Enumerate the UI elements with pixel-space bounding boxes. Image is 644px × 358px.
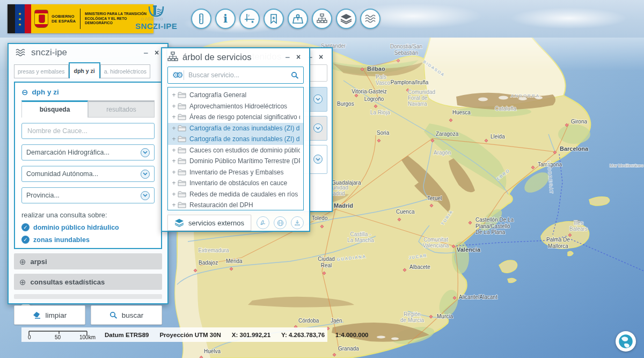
tree-item[interactable]: +Cartografía de zonas inundables (ZI) de…: [168, 123, 303, 134]
tree-item[interactable]: +Inventario de obstáculos en cauce: [168, 178, 303, 189]
full-extent-button[interactable]: [616, 331, 636, 352]
snczi-tabs: presas y embalses dph y zi a. hidroeléct…: [9, 62, 167, 78]
consultas-estadisticas-accordion[interactable]: ⊕ consultas estadísticas: [14, 274, 162, 290]
svg-text:Navarra: Navarra: [408, 101, 427, 107]
coat-of-arms: [34, 10, 48, 28]
expand-plus-icon[interactable]: +: [171, 157, 177, 165]
tab-resultados[interactable]: resultados: [88, 100, 155, 118]
svg-text:Logroño: Logroño: [364, 96, 384, 102]
dph-zi-section: ⊖ dph y zi búsqueda resultados Demarcaci…: [14, 82, 162, 249]
expand-plus-icon[interactable]: +: [171, 169, 177, 176]
app-logo: SNCZI-IPE: [133, 5, 179, 31]
search-results-tabs: búsqueda resultados: [21, 100, 155, 118]
search-icon[interactable]: [291, 71, 299, 79]
tree-item[interactable]: +Redes de medida de caudales en ríos: [168, 189, 303, 200]
tree-item[interactable]: +Cauces con estudios de dominio público …: [168, 145, 303, 156]
service-tree: +Cartografía General+Aprovechamientos Hi…: [167, 87, 304, 210]
chevron-down-icon: [141, 148, 150, 157]
service-search-box[interactable]: ⚙⚙: [167, 67, 304, 84]
scale-bar: 0 50 100km: [27, 328, 94, 341]
svg-text:La Rioja: La Rioja: [370, 109, 390, 115]
expand-plus-icon[interactable]: +: [171, 179, 177, 187]
chevron-down-icon: [141, 191, 150, 200]
waves-icon: [14, 48, 27, 57]
contenidos-close-button[interactable]: ×: [316, 52, 326, 62]
snczi-panel-tool-button[interactable]: [360, 9, 380, 29]
folder-icon: [178, 169, 186, 176]
zonas-inundables-checkbox[interactable]: ✓ zonas inundables: [21, 236, 155, 244]
svg-text:Murcia: Murcia: [437, 313, 453, 319]
folder-icon: [178, 125, 186, 131]
tree-item[interactable]: +Restauración del DPH: [168, 200, 303, 210]
info-tool-button[interactable]: i: [215, 9, 236, 29]
expand-plus-icon[interactable]: +: [171, 201, 177, 209]
service-search-input[interactable]: [187, 71, 288, 79]
tab-presas-y-embalses[interactable]: presas y embalses: [14, 64, 69, 78]
comunidad-select[interactable]: Comunidad Autónoma...: [21, 166, 155, 182]
tab-a-hidroelectricos[interactable]: a. hidroeléctricos: [100, 64, 150, 78]
tab-busqueda[interactable]: búsqueda: [21, 100, 88, 118]
expand-plus-icon[interactable]: +: [171, 103, 177, 110]
arbol-minimize-button[interactable]: −: [282, 52, 293, 62]
coordinates-tool-button[interactable]: yx: [239, 9, 260, 29]
expand-icon: ⊕: [19, 278, 26, 286]
snczi-minimize-button[interactable]: −: [141, 47, 151, 58]
svg-text:Castellón De La: Castellón De La: [475, 217, 514, 223]
cauce-input[interactable]: [26, 127, 150, 135]
eu-flag-band: ★★★: [15, 4, 25, 33]
service-tree-tool-button[interactable]: [312, 9, 332, 29]
svg-text:Córdoba: Córdoba: [298, 318, 319, 324]
cauce-field[interactable]: [21, 123, 155, 139]
arbol-servicios-panel: árbol de servicios − × ⚙⚙ +Cartografía G…: [161, 47, 310, 232]
bookmark-tool-button[interactable]: [264, 9, 284, 29]
folder-icon: [178, 180, 186, 186]
globe-service-button[interactable]: [274, 216, 287, 229]
snczi-close-button[interactable]: ×: [151, 47, 162, 58]
provincia-select[interactable]: Provincia...: [21, 187, 155, 203]
chevron-down-icon[interactable]: [313, 155, 323, 164]
chevron-down-icon[interactable]: [313, 94, 323, 104]
layers-tool-button[interactable]: [336, 9, 356, 29]
arbol-close-button[interactable]: ×: [293, 52, 304, 62]
import-service-button[interactable]: [291, 216, 304, 229]
svg-text:Jaén: Jaén: [331, 318, 342, 324]
dominio-publico-checkbox[interactable]: ✓ dominio público hidráulico: [21, 223, 155, 231]
check-icon: ✓: [21, 223, 30, 231]
expand-plus-icon[interactable]: +: [171, 91, 177, 99]
expand-plus-icon[interactable]: +: [171, 125, 177, 132]
status-bar: 0 50 100km Datum ETRS89 Proyección UTM 3…: [21, 327, 327, 342]
buscar-button[interactable]: buscar: [91, 305, 162, 325]
svg-text:Comunidad: Comunidad: [408, 89, 435, 95]
servicios-externos-button[interactable]: servicios externos: [167, 215, 251, 231]
svg-text:Castilla -: Castilla -: [350, 231, 371, 237]
arpsi-accordion[interactable]: ⊕ arpsi: [14, 253, 162, 269]
expand-plus-icon[interactable]: +: [171, 135, 177, 143]
tree-item[interactable]: +Áreas de riesgo potencial significativo…: [168, 112, 303, 123]
svg-text:ANDORRA: ANDORRA: [511, 93, 540, 98]
measure-tool-button[interactable]: [191, 9, 211, 29]
tab-dph-y-zi[interactable]: dph y zi: [69, 62, 100, 78]
tree-item[interactable]: +Cartografía de zonas inundables (ZI) de…: [168, 134, 303, 145]
svg-text:Granada: Granada: [338, 346, 359, 352]
tree-item[interactable]: +Inventario de Presas y Embalses: [168, 167, 303, 178]
tree-item[interactable]: +Aprovechamientos Hidroeléctricos: [168, 101, 303, 112]
search-icon: [109, 311, 118, 319]
limpiar-button[interactable]: limpiar: [14, 305, 85, 325]
expand-plus-icon[interactable]: +: [171, 147, 177, 154]
folder-icon: [178, 191, 186, 198]
svg-text:Cataluña: Cataluña: [495, 106, 516, 112]
check-icon: ✓: [21, 236, 30, 244]
svg-text:Extremadura: Extremadura: [198, 247, 229, 253]
svg-text:Valencia: Valencia: [457, 246, 481, 253]
tree-item[interactable]: +Cartografía General: [168, 90, 303, 101]
map-scale-ratio: 1:4.000.000: [335, 332, 368, 338]
tree-item[interactable]: +Dominio Público Marítimo Terrestre (DPM…: [168, 156, 303, 167]
expand-plus-icon[interactable]: +: [171, 113, 177, 121]
demarcacion-select[interactable]: Demarcación Hidrográfica...: [21, 144, 155, 160]
chevron-down-icon[interactable]: [313, 123, 323, 133]
expand-plus-icon[interactable]: +: [171, 191, 177, 198]
folder-icon: [178, 147, 186, 154]
pdf-service-button[interactable]: [257, 216, 269, 229]
locate-tool-button[interactable]: [288, 9, 308, 29]
dph-zi-accordion-header[interactable]: ⊖ dph y zi: [20, 87, 156, 100]
